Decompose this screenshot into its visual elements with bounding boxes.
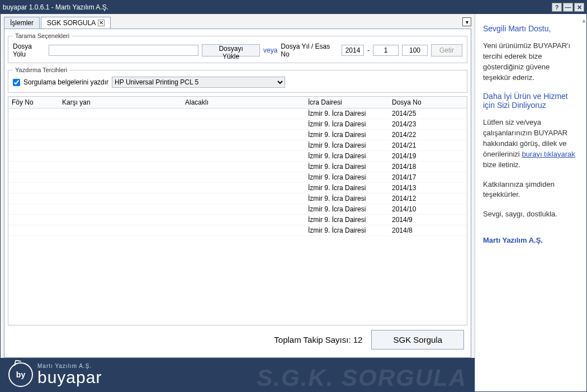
side-panel: ▴ Sevgili Martı Dostu, Yeni ürünümüz BUY… [475, 14, 586, 391]
cell-dosya: 2014/13 [389, 183, 467, 193]
col-karsi[interactable]: Karşı yan [59, 97, 182, 108]
cell-karsi [59, 204, 182, 215]
table-row[interactable]: İzmir 9. İcra Dairesi2014/17 [8, 172, 467, 183]
tab-label: İşlemler [10, 19, 34, 27]
printer-select[interactable]: HP Universal Printing PCL 5 [112, 77, 285, 88]
cell-foy [8, 140, 59, 151]
cell-dosya: 2014/25 [389, 108, 467, 119]
table-row[interactable]: İzmir 9. İcra Dairesi2014/22 [8, 130, 467, 140]
brand-ghost-text: S.G.K. SORGULA [257, 365, 467, 391]
cell-foy [8, 193, 59, 204]
close-icon[interactable]: ✕ [98, 20, 105, 26]
cell-karsi [59, 140, 182, 151]
cell-karsi [59, 225, 182, 236]
side-heading-2: Daha İyi Ürün ve Hizmet için Sizi Dinliy… [483, 92, 579, 110]
cell-foy [8, 108, 59, 119]
app-window: buyapar 1.0.6.1 - Martı Yazılım A.Ş. ? —… [0, 0, 587, 392]
dosya-yukle-button[interactable]: Dosyayı Yükle [202, 44, 260, 56]
side-signature: Martı Yazılım A.Ş. [483, 235, 579, 246]
tabs-dropdown-button[interactable]: ▾ [462, 17, 471, 26]
cell-foy [8, 119, 59, 130]
table-row[interactable]: İzmir 9. İcra Dairesi2014/25 [8, 108, 467, 119]
cell-karsi [59, 151, 182, 162]
cell-karsi [59, 108, 182, 119]
table-row[interactable]: İzmir 9. İcra Dairesi2014/18 [8, 162, 467, 172]
cell-karsi [59, 119, 182, 130]
col-dosya[interactable]: Dosya No [389, 97, 467, 108]
table-row[interactable]: İzmir 9. İcra Dairesi2014/9 [8, 215, 467, 225]
cell-icra: İzmir 9. İcra Dairesi [305, 215, 389, 225]
cell-foy [8, 225, 59, 236]
col-icra[interactable]: İcra Dairesi [305, 97, 389, 108]
table-row[interactable]: İzmir 9. İcra Dairesi2014/13 [8, 183, 467, 193]
cell-foy [8, 204, 59, 215]
tab-sgk-sorgula[interactable]: SGK SORGULA ✕ [41, 17, 111, 29]
logo: by Martı Yazılım A.Ş. buyapar [8, 362, 102, 387]
feedback-link[interactable]: burayı tıklayarak [522, 150, 575, 158]
close-button[interactable]: ✕ [574, 3, 584, 12]
help-button[interactable]: ? [552, 3, 562, 12]
getir-button[interactable]: Getir [431, 44, 462, 56]
cell-icra: İzmir 9. İcra Dairesi [305, 225, 389, 236]
cell-icra: İzmir 9. İcra Dairesi [305, 108, 389, 119]
cell-dosya: 2014/8 [389, 225, 467, 236]
cell-alacak [182, 140, 305, 151]
minimize-button[interactable]: — [563, 3, 573, 12]
cell-karsi [59, 172, 182, 183]
veya-label: veya [263, 46, 277, 54]
tab-islemler[interactable]: İşlemler [4, 17, 40, 29]
cell-alacak [182, 215, 305, 225]
side-para-2: Lütfen siz ve/veya çalışanlarınızın BUYA… [483, 117, 579, 170]
start-input[interactable] [373, 45, 399, 56]
cell-icra: İzmir 9. İcra Dairesi [305, 119, 389, 130]
cell-karsi [59, 193, 182, 204]
window-title: buyapar 1.0.6.1 - Martı Yazılım A.Ş. [3, 3, 551, 11]
tabs-bar: İşlemler SGK SORGULA ✕ ▾ [1, 14, 475, 29]
table-row[interactable]: İzmir 9. İcra Dairesi2014/10 [8, 204, 467, 215]
table-row[interactable]: İzmir 9. İcra Dairesi2014/8 [8, 225, 467, 236]
scan-options-group: Tarama Seçenekleri Dosya Yolu Dosyayı Yü… [8, 32, 467, 63]
panel-footer: Toplam Takip Sayısı: 12 SGK Sorgula [8, 325, 467, 354]
table-row[interactable]: İzmir 9. İcra Dairesi2014/19 [8, 151, 467, 162]
col-alacak[interactable]: Alacaklı [182, 97, 305, 108]
logo-badge-icon: by [8, 362, 33, 387]
table-row[interactable]: İzmir 9. İcra Dairesi2014/21 [8, 140, 467, 151]
brand-name: buyapar [37, 369, 102, 386]
cell-icra: İzmir 9. İcra Dairesi [305, 130, 389, 140]
cell-alacak [182, 151, 305, 162]
cell-dosya: 2014/21 [389, 140, 467, 151]
cell-karsi [59, 130, 182, 140]
table-row[interactable]: İzmir 9. İcra Dairesi2014/23 [8, 119, 467, 130]
year-input[interactable] [342, 45, 364, 56]
side-para-1: Yeni ürünümüz BUYAPAR'ı tercihi ederek b… [483, 41, 579, 83]
titlebar: buyapar 1.0.6.1 - Martı Yazılım A.Ş. ? —… [1, 1, 586, 14]
side-para-4: Sevgi, saygı, dostlukla. [483, 209, 579, 220]
results-table-wrap: Föy No Karşı yan Alacaklı İcra Dairesi D… [8, 96, 467, 325]
col-foy[interactable]: Föy No [8, 97, 59, 108]
end-input[interactable] [402, 45, 428, 56]
scan-legend: Tarama Seçenekleri [13, 32, 72, 39]
cell-icra: İzmir 9. İcra Dairesi [305, 162, 389, 172]
total-count-label: Toplam Takip Sayısı: 12 [274, 335, 362, 344]
cell-karsi [59, 183, 182, 193]
dosya-yolu-input[interactable] [49, 45, 198, 56]
cell-icra: İzmir 9. İcra Dairesi [305, 183, 389, 193]
print-prefs-group: Yazdırma Tercihleri Sorgulama belgelerin… [8, 67, 467, 93]
cell-dosya: 2014/12 [389, 193, 467, 204]
sgk-sorgula-button[interactable]: SGK Sorgula [371, 330, 464, 350]
tab-label: SGK SORGULA [47, 19, 96, 27]
cell-alacak [182, 108, 305, 119]
cell-karsi [59, 162, 182, 172]
cell-foy [8, 130, 59, 140]
main-column: İşlemler SGK SORGULA ✕ ▾ Tarama Seçenekl… [1, 14, 475, 391]
scroll-up-icon[interactable]: ▴ [583, 17, 585, 23]
cell-alacak [182, 162, 305, 172]
cell-foy [8, 162, 59, 172]
cell-alacak [182, 193, 305, 204]
cell-dosya: 2014/19 [389, 151, 467, 162]
side-para-3: Katkılarınıza şimdiden teşekkürler. [483, 180, 579, 201]
print-docs-checkbox[interactable] [13, 79, 20, 86]
brand-bar: by Martı Yazılım A.Ş. buyapar S.G.K. SOR… [1, 358, 475, 391]
cell-alacak [182, 225, 305, 236]
table-row[interactable]: İzmir 9. İcra Dairesi2014/12 [8, 193, 467, 204]
